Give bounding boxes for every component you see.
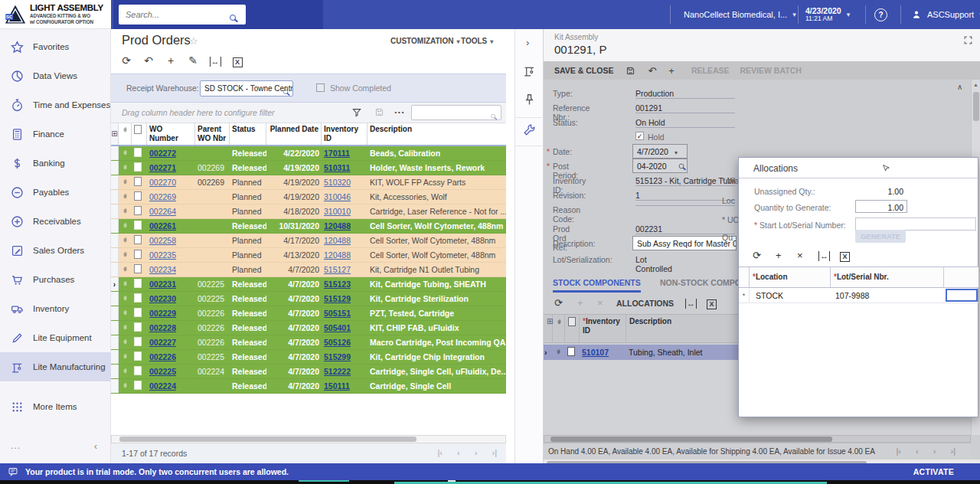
paperclip-icon[interactable]: [119, 366, 132, 378]
row-selector-cell[interactable]: [111, 335, 119, 349]
prod-ord-ref-value[interactable]: 002231: [635, 224, 735, 234]
column-inventory-id[interactable]: Inventory ID: [322, 123, 368, 145]
undo-button[interactable]: ↶: [648, 65, 656, 77]
note-icon[interactable]: [132, 308, 147, 319]
tab-stock-components[interactable]: STOCK COMPONENTS: [553, 278, 641, 293]
paperclip-icon[interactable]: [119, 191, 132, 203]
row-selector-cell[interactable]: [111, 292, 119, 306]
sidebar-item-inventory[interactable]: Inventory: [0, 294, 111, 323]
row-selector-cell[interactable]: [111, 263, 119, 276]
inventory-id-cell[interactable]: 510320: [322, 178, 368, 187]
paperclip-icon[interactable]: [119, 264, 132, 276]
column-attachments[interactable]: [119, 123, 132, 145]
inventory-id-cell[interactable]: 515299: [322, 352, 368, 361]
export-excel-button[interactable]: X: [840, 250, 850, 262]
undo-button[interactable]: ↶: [141, 54, 156, 67]
inventory-id-cell[interactable]: 510311: [322, 163, 368, 172]
paperclip-icon[interactable]: [119, 293, 132, 305]
refresh-button[interactable]: ⟳: [753, 250, 761, 261]
note-icon[interactable]: [132, 352, 147, 362]
table-row[interactable]: 002227 002226 Released 4/7/2020 505126 M…: [111, 335, 506, 350]
fit-width-button[interactable]: ↔: [818, 250, 830, 261]
row-selector-cell[interactable]: [111, 204, 119, 218]
add-button[interactable]: +: [668, 65, 675, 77]
inventory-id-cell[interactable]: 505126: [322, 338, 368, 347]
tools-menu[interactable]: TOOLS▾: [461, 37, 493, 45]
table-row[interactable]: 002226 002225 Released 4/7/2020 515299 K…: [111, 350, 506, 365]
sidebar-item-favorites[interactable]: Favorites: [0, 32, 111, 61]
column-inventory-id[interactable]: *Inventory ID: [580, 315, 626, 342]
row-selector-cell[interactable]: [111, 146, 119, 160]
note-icon[interactable]: [132, 381, 147, 391]
row-selector-cell[interactable]: [111, 175, 119, 189]
search-icon[interactable]: [230, 10, 236, 24]
sidebar-more-menu[interactable]: ...: [11, 440, 21, 451]
grid-search-input[interactable]: [411, 105, 501, 120]
inventory-id-cell[interactable]: 505401: [322, 323, 368, 332]
sidebar-item-time-and-expenses[interactable]: Time and Expenses: [0, 90, 111, 119]
user-menu[interactable]: ASCSupport ▾: [911, 0, 980, 29]
help-button[interactable]: ?: [874, 0, 887, 29]
row-selector-cell[interactable]: [111, 234, 119, 247]
save-close-button[interactable]: SAVE & CLOSE: [554, 66, 613, 75]
row-selector-cell[interactable]: [111, 248, 119, 262]
component-inventory-link[interactable]: 510107: [582, 348, 609, 357]
grid-options-button[interactable]: ...: [394, 104, 405, 116]
wo-number-cell[interactable]: 002261: [147, 221, 195, 231]
sidebar-item-data-views[interactable]: Data Views: [0, 61, 111, 90]
page-next-button[interactable]: ›: [475, 448, 478, 457]
business-date-selector[interactable]: 4/23/2020 11:21 AM ▾: [805, 0, 850, 29]
paperclip-icon[interactable]: [119, 322, 132, 334]
column-planned-date[interactable]: Planned Date: [266, 123, 322, 145]
paperclip-icon[interactable]: [119, 250, 132, 261]
column-notes[interactable]: [132, 123, 147, 145]
row-selector-cell[interactable]: [111, 190, 119, 204]
paperclip-icon[interactable]: [555, 347, 562, 357]
export-excel-button[interactable]: X: [230, 54, 245, 67]
wo-number-cell[interactable]: 002226: [147, 352, 195, 361]
wo-number-cell[interactable]: 002235: [147, 250, 195, 260]
release-button[interactable]: RELEASE: [691, 66, 730, 75]
wo-number-cell[interactable]: 002224: [147, 381, 195, 391]
company-selector[interactable]: NanoCellect Biomedical, I... ▾: [684, 0, 796, 29]
page-prev-button[interactable]: ‹: [916, 446, 919, 456]
page-last-button[interactable]: ›|: [492, 448, 497, 457]
wrench-icon[interactable]: [522, 123, 537, 137]
column-parent-wo[interactable]: Parent WO Nbr: [195, 123, 230, 145]
table-row[interactable]: 002261 Released 10/31/2020 120488 Cell S…: [111, 219, 506, 234]
sidebar-item-sales-orders[interactable]: Sales Orders: [0, 236, 111, 265]
sidebar-item-lite-manufacturing[interactable]: Lite Manufacturing: [0, 352, 111, 381]
sidebar-item-receivables[interactable]: Receivables: [0, 207, 111, 236]
paperclip-icon[interactable]: [119, 235, 132, 247]
inventory-id-cell[interactable]: 150111: [322, 381, 368, 391]
save-icon[interactable]: [626, 66, 635, 76]
refresh-button[interactable]: ⟳: [554, 297, 563, 309]
customization-menu[interactable]: CUSTOMIZATION▾: [390, 37, 459, 45]
note-icon[interactable]: [132, 177, 147, 188]
date-input[interactable]: 4/7/2020▾: [632, 144, 688, 159]
inventory-id-cell[interactable]: 310046: [322, 192, 368, 201]
column-attachments[interactable]: [553, 315, 565, 342]
inventory-id-cell[interactable]: 515129: [322, 294, 368, 303]
grid-horizontal-scrollbar[interactable]: [111, 435, 506, 443]
allocations-button[interactable]: ALLOCATIONS: [616, 299, 674, 308]
favorite-star-icon[interactable]: ☆: [189, 35, 198, 47]
export-excel-button[interactable]: X: [707, 297, 717, 309]
inventory-id-cell[interactable]: 170111: [322, 149, 368, 158]
add-row-button[interactable]: +: [776, 250, 782, 261]
delete-row-button[interactable]: ×: [797, 250, 803, 261]
paperclip-icon[interactable]: [119, 308, 132, 319]
sidebar-item-finance[interactable]: Finance: [0, 119, 111, 149]
lookup-icon[interactable]: [678, 162, 684, 171]
pin-icon[interactable]: [522, 93, 537, 107]
allocation-lot-serial[interactable]: 107-9988: [831, 291, 944, 300]
wo-number-cell[interactable]: 002227: [147, 338, 195, 347]
table-row[interactable]: 002258 Planned 4/17/2020 120488 Cell Sor…: [111, 234, 506, 248]
sidebar-collapse-button[interactable]: ‹: [94, 440, 97, 452]
column-status[interactable]: Status: [230, 123, 266, 145]
allocation-row[interactable]: * STOCK 107-9988: [739, 288, 978, 303]
edit-button[interactable]: ✎: [185, 54, 201, 67]
wo-number-cell[interactable]: 002229: [147, 309, 195, 318]
generate-button[interactable]: GENERATE: [855, 230, 906, 243]
table-row[interactable]: 002228 002226 Released 4/7/2020 505401 K…: [111, 321, 506, 335]
